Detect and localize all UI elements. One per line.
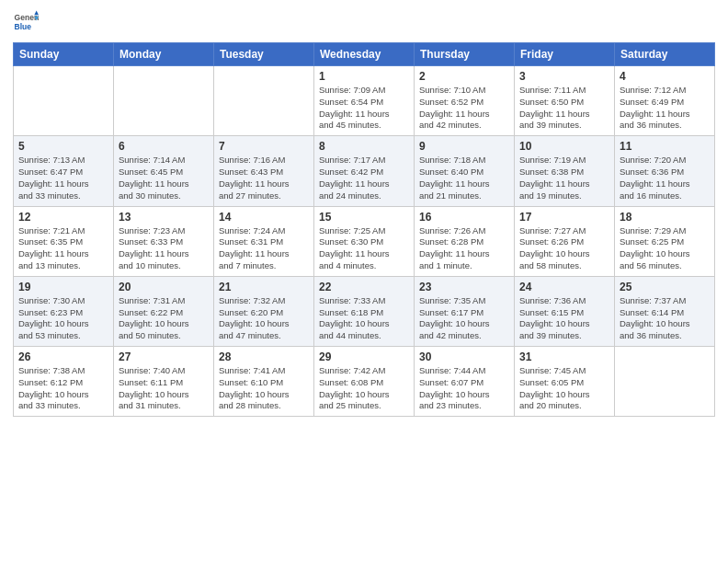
day-number: 19	[18, 281, 108, 293]
weekday-header-row: SundayMondayTuesdayWednesdayThursdayFrid…	[14, 43, 715, 66]
day-cell	[214, 66, 314, 136]
svg-text:Blue: Blue	[15, 22, 32, 31]
day-cell: 20Sunrise: 7:31 AM Sunset: 6:22 PM Dayli…	[114, 276, 214, 346]
day-number: 16	[419, 211, 509, 224]
weekday-header-saturday: Saturday	[615, 43, 715, 66]
day-info: Sunrise: 7:38 AM Sunset: 6:12 PM Dayligh…	[18, 365, 108, 412]
day-number: 21	[219, 281, 309, 293]
day-cell: 10Sunrise: 7:19 AM Sunset: 6:38 PM Dayli…	[515, 136, 615, 206]
day-cell: 9Sunrise: 7:18 AM Sunset: 6:40 PM Daylig…	[415, 136, 515, 206]
day-number: 28	[219, 350, 309, 363]
day-cell: 17Sunrise: 7:27 AM Sunset: 6:26 PM Dayli…	[515, 206, 615, 276]
day-cell: 26Sunrise: 7:38 AM Sunset: 6:12 PM Dayli…	[14, 347, 114, 417]
day-cell: 13Sunrise: 7:23 AM Sunset: 6:33 PM Dayli…	[114, 206, 214, 276]
day-info: Sunrise: 7:40 AM Sunset: 6:11 PM Dayligh…	[119, 365, 209, 412]
day-cell: 16Sunrise: 7:26 AM Sunset: 6:28 PM Dayli…	[415, 206, 515, 276]
day-info: Sunrise: 7:33 AM Sunset: 6:18 PM Dayligh…	[319, 295, 409, 342]
day-info: Sunrise: 7:32 AM Sunset: 6:20 PM Dayligh…	[219, 295, 309, 342]
day-info: Sunrise: 7:27 AM Sunset: 6:26 PM Dayligh…	[519, 225, 609, 272]
day-info: Sunrise: 7:18 AM Sunset: 6:40 PM Dayligh…	[419, 155, 509, 201]
day-cell: 11Sunrise: 7:20 AM Sunset: 6:36 PM Dayli…	[615, 136, 715, 206]
day-number: 18	[620, 211, 710, 224]
day-cell: 3Sunrise: 7:11 AM Sunset: 6:50 PM Daylig…	[515, 66, 615, 136]
day-cell	[14, 66, 114, 136]
week-row-2: 5Sunrise: 7:13 AM Sunset: 6:47 PM Daylig…	[14, 136, 715, 206]
day-number: 31	[519, 350, 609, 363]
day-info: Sunrise: 7:10 AM Sunset: 6:52 PM Dayligh…	[419, 85, 509, 132]
day-info: Sunrise: 7:19 AM Sunset: 6:38 PM Dayligh…	[519, 155, 609, 201]
day-number: 27	[119, 350, 209, 363]
day-number: 12	[18, 211, 108, 224]
weekday-header-tuesday: Tuesday	[214, 43, 314, 66]
day-cell: 25Sunrise: 7:37 AM Sunset: 6:14 PM Dayli…	[615, 276, 715, 346]
day-cell: 22Sunrise: 7:33 AM Sunset: 6:18 PM Dayli…	[314, 276, 415, 346]
day-number: 6	[119, 140, 209, 153]
day-info: Sunrise: 7:25 AM Sunset: 6:30 PM Dayligh…	[319, 225, 409, 272]
week-row-5: 26Sunrise: 7:38 AM Sunset: 6:12 PM Dayli…	[14, 347, 715, 417]
day-number: 15	[319, 211, 409, 224]
day-number: 3	[519, 70, 609, 83]
day-info: Sunrise: 7:26 AM Sunset: 6:28 PM Dayligh…	[419, 225, 509, 272]
day-info: Sunrise: 7:24 AM Sunset: 6:31 PM Dayligh…	[219, 225, 309, 272]
day-cell: 18Sunrise: 7:29 AM Sunset: 6:25 PM Dayli…	[615, 206, 715, 276]
day-number: 22	[319, 281, 409, 293]
day-cell: 6Sunrise: 7:14 AM Sunset: 6:45 PM Daylig…	[114, 136, 214, 206]
day-cell: 4Sunrise: 7:12 AM Sunset: 6:49 PM Daylig…	[615, 66, 715, 136]
page: General Blue SundayMondayTuesdayWednesda…	[0, 0, 728, 563]
day-number: 10	[519, 140, 609, 153]
day-number: 11	[620, 140, 710, 153]
day-cell: 8Sunrise: 7:17 AM Sunset: 6:42 PM Daylig…	[314, 136, 415, 206]
day-number: 20	[119, 281, 209, 293]
day-number: 17	[519, 211, 609, 224]
day-info: Sunrise: 7:11 AM Sunset: 6:50 PM Dayligh…	[519, 85, 609, 132]
weekday-header-sunday: Sunday	[14, 43, 114, 66]
day-info: Sunrise: 7:30 AM Sunset: 6:23 PM Dayligh…	[18, 295, 108, 342]
day-cell: 14Sunrise: 7:24 AM Sunset: 6:31 PM Dayli…	[214, 206, 314, 276]
day-cell: 27Sunrise: 7:40 AM Sunset: 6:11 PM Dayli…	[114, 347, 214, 417]
day-cell: 15Sunrise: 7:25 AM Sunset: 6:30 PM Dayli…	[314, 206, 415, 276]
day-cell: 28Sunrise: 7:41 AM Sunset: 6:10 PM Dayli…	[214, 347, 314, 417]
day-info: Sunrise: 7:09 AM Sunset: 6:54 PM Dayligh…	[319, 85, 409, 132]
general-blue-icon: General Blue	[13, 9, 39, 35]
day-cell: 12Sunrise: 7:21 AM Sunset: 6:35 PM Dayli…	[14, 206, 114, 276]
weekday-header-monday: Monday	[114, 43, 214, 66]
day-info: Sunrise: 7:42 AM Sunset: 6:08 PM Dayligh…	[319, 365, 409, 412]
day-info: Sunrise: 7:35 AM Sunset: 6:17 PM Dayligh…	[419, 295, 509, 342]
day-cell: 7Sunrise: 7:16 AM Sunset: 6:43 PM Daylig…	[214, 136, 314, 206]
day-number: 13	[119, 211, 209, 224]
day-cell	[114, 66, 214, 136]
day-number: 9	[419, 140, 509, 153]
week-row-3: 12Sunrise: 7:21 AM Sunset: 6:35 PM Dayli…	[14, 206, 715, 276]
day-cell: 21Sunrise: 7:32 AM Sunset: 6:20 PM Dayli…	[214, 276, 314, 346]
week-row-4: 19Sunrise: 7:30 AM Sunset: 6:23 PM Dayli…	[14, 276, 715, 346]
day-info: Sunrise: 7:20 AM Sunset: 6:36 PM Dayligh…	[620, 155, 710, 201]
day-number: 1	[319, 70, 409, 83]
day-cell: 5Sunrise: 7:13 AM Sunset: 6:47 PM Daylig…	[14, 136, 114, 206]
day-info: Sunrise: 7:44 AM Sunset: 6:07 PM Dayligh…	[419, 365, 509, 412]
logo: General Blue	[13, 9, 39, 35]
day-info: Sunrise: 7:13 AM Sunset: 6:47 PM Dayligh…	[18, 155, 108, 201]
day-info: Sunrise: 7:36 AM Sunset: 6:15 PM Dayligh…	[519, 295, 609, 342]
day-info: Sunrise: 7:21 AM Sunset: 6:35 PM Dayligh…	[18, 225, 108, 272]
day-info: Sunrise: 7:12 AM Sunset: 6:49 PM Dayligh…	[620, 85, 710, 132]
day-cell: 29Sunrise: 7:42 AM Sunset: 6:08 PM Dayli…	[314, 347, 415, 417]
weekday-header-thursday: Thursday	[415, 43, 515, 66]
day-number: 4	[620, 70, 710, 83]
day-number: 5	[18, 140, 108, 153]
day-cell: 1Sunrise: 7:09 AM Sunset: 6:54 PM Daylig…	[314, 66, 415, 136]
header: General Blue	[13, 9, 715, 35]
day-number: 25	[620, 281, 710, 293]
day-number: 8	[319, 140, 409, 153]
day-number: 2	[419, 70, 509, 83]
day-info: Sunrise: 7:17 AM Sunset: 6:42 PM Dayligh…	[319, 155, 409, 201]
day-info: Sunrise: 7:14 AM Sunset: 6:45 PM Dayligh…	[119, 155, 209, 201]
day-number: 23	[419, 281, 509, 293]
day-number: 7	[219, 140, 309, 153]
day-number: 24	[519, 281, 609, 293]
day-info: Sunrise: 7:29 AM Sunset: 6:25 PM Dayligh…	[620, 225, 710, 272]
day-info: Sunrise: 7:45 AM Sunset: 6:05 PM Dayligh…	[519, 365, 609, 412]
day-number: 14	[219, 211, 309, 224]
day-cell: 24Sunrise: 7:36 AM Sunset: 6:15 PM Dayli…	[515, 276, 615, 346]
day-cell: 30Sunrise: 7:44 AM Sunset: 6:07 PM Dayli…	[415, 347, 515, 417]
day-number: 30	[419, 350, 509, 363]
